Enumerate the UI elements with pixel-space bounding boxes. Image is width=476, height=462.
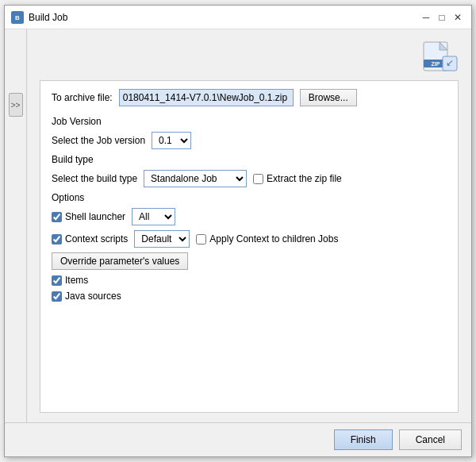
svg-text:B: B: [15, 14, 20, 21]
build-type-title: Build type: [52, 154, 447, 165]
options-title: Options: [52, 192, 447, 203]
maximize-button[interactable]: □: [435, 10, 449, 25]
main-form: To archive file: Browse... Job Version S…: [40, 80, 459, 413]
footer: Finish Cancel: [5, 422, 471, 456]
archive-label: To archive file:: [52, 92, 113, 103]
job-version-section: Job Version Select the Job version 0.1 0…: [52, 116, 447, 149]
override-button[interactable]: Override parameter's values: [52, 252, 188, 270]
job-version-label: Select the Job version: [52, 135, 145, 146]
finish-button[interactable]: Finish: [334, 429, 393, 450]
context-scripts-text: Context scripts: [65, 233, 128, 244]
minimize-button[interactable]: ─: [419, 10, 433, 25]
extract-zip-checkbox[interactable]: [253, 174, 263, 184]
job-version-title: Job Version: [52, 116, 447, 127]
svg-text:↙: ↙: [446, 57, 454, 68]
apply-context-label[interactable]: Apply Context to children Jobs: [196, 233, 338, 244]
java-sources-checkbox[interactable]: [52, 291, 62, 302]
context-scripts-checkbox[interactable]: [52, 234, 62, 244]
window-icon: B: [11, 11, 24, 24]
archive-row: To archive file: Browse...: [52, 89, 447, 106]
shell-launcher-select[interactable]: All None Custom: [132, 208, 175, 225]
window-body: >> ZIP ↙: [5, 29, 471, 422]
options-section: Options Shell launcher All None Custom: [52, 192, 447, 270]
context-scripts-checkbox-label[interactable]: Context scripts: [52, 233, 128, 244]
context-scripts-row: Context scripts Default All None Apply C…: [52, 230, 447, 248]
left-panel: >>: [5, 29, 27, 422]
shell-launcher-checkbox-label[interactable]: Shell launcher: [52, 211, 125, 222]
build-type-select[interactable]: Standalone Job OSGi Bundle POJO: [144, 170, 247, 187]
java-sources-row: Java sources: [52, 291, 447, 302]
archive-input[interactable]: [119, 89, 294, 106]
items-section: Items Java sources: [52, 275, 447, 302]
extract-zip-text: Extract the zip file: [267, 173, 342, 184]
java-sources-checkbox-label[interactable]: Java sources: [52, 291, 121, 302]
content-area: ZIP ↙ To archive file: Browse... Job Ver…: [27, 29, 471, 422]
shell-launcher-text: Shell launcher: [65, 211, 125, 222]
apply-context-text: Apply Context to children Jobs: [209, 233, 338, 244]
arrow-button[interactable]: >>: [9, 93, 23, 117]
java-sources-text: Java sources: [65, 291, 121, 302]
items-checkbox-label[interactable]: Items: [52, 275, 88, 286]
items-checkbox[interactable]: [52, 275, 62, 286]
extract-zip-label[interactable]: Extract the zip file: [253, 173, 342, 184]
shell-launcher-row: Shell launcher All None Custom: [52, 208, 447, 225]
top-icon-area: ZIP ↙: [40, 39, 459, 74]
zip-file-icon: ZIP ↙: [420, 39, 459, 74]
build-type-section: Build type Select the build type Standal…: [52, 154, 447, 187]
window-controls: ─ □ ✕: [419, 10, 465, 25]
override-row: Override parameter's values: [52, 252, 447, 270]
context-scripts-select[interactable]: Default All None: [134, 230, 190, 248]
job-version-row: Select the Job version 0.1 0.2 1.0: [52, 132, 447, 149]
svg-text:ZIP: ZIP: [432, 61, 440, 67]
browse-button[interactable]: Browse...: [300, 89, 357, 106]
items-row: Items: [52, 275, 447, 286]
apply-context-checkbox[interactable]: [196, 234, 206, 244]
build-type-label: Select the build type: [52, 173, 137, 184]
build-job-window: B Build Job ─ □ ✕ >>: [4, 5, 472, 457]
job-version-select[interactable]: 0.1 0.2 1.0: [152, 132, 191, 149]
window-title: Build Job: [29, 12, 67, 23]
build-type-row: Select the build type Standalone Job OSG…: [52, 170, 447, 187]
close-button[interactable]: ✕: [451, 10, 465, 25]
cancel-button[interactable]: Cancel: [399, 429, 462, 450]
shell-launcher-checkbox[interactable]: [52, 212, 62, 222]
title-bar-left: B Build Job: [11, 11, 67, 24]
items-text: Items: [65, 275, 88, 286]
title-bar: B Build Job ─ □ ✕: [5, 6, 471, 29]
